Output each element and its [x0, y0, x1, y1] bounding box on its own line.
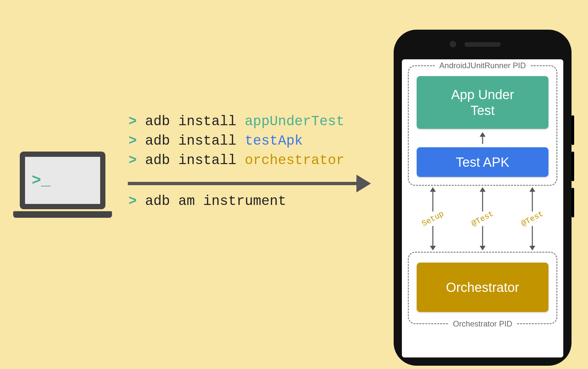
command-row: > adb am instrument	[128, 192, 286, 211]
arrowhead-up-icon	[430, 187, 436, 192]
command-arg: orchestrator	[245, 153, 344, 168]
arrow-segment	[482, 192, 483, 212]
command-row: > adb install testApk	[128, 131, 344, 151]
command-row: > adb install appUnderTest	[128, 112, 344, 131]
prompt-symbol: >	[128, 133, 137, 149]
command-arg: appUnderTest	[245, 114, 344, 129]
phone-screen: AndroidJUnitRunner PID App Under Test Te…	[402, 59, 563, 357]
command-list-lower: > adb am instrument	[128, 192, 286, 211]
prompt-symbol: >	[128, 193, 137, 209]
arrow-segment	[532, 192, 533, 212]
command-text: adb install	[145, 133, 244, 149]
arrow-up-icon	[479, 132, 487, 144]
test-apk-box: Test APK	[417, 147, 548, 177]
arrow-label: Setup	[420, 209, 445, 228]
flow-arrow-head	[356, 175, 371, 192]
arrow-segment	[532, 226, 533, 246]
arrow-segment	[482, 226, 483, 246]
between-arrows: Setup @Test @Test	[408, 186, 557, 252]
arrow-segment	[432, 226, 433, 246]
prompt-symbol: >	[128, 114, 137, 129]
orchestrator-box: Orchestrator	[417, 263, 548, 312]
command-text: adb install	[145, 153, 244, 168]
laptop-screen: >_	[20, 152, 105, 209]
terminal-prompt: >_	[32, 172, 51, 189]
arrowhead-up-icon	[529, 187, 535, 192]
command-row: > adb install orchestrator	[128, 151, 344, 170]
arrow-label: @Test	[470, 209, 495, 228]
command-text: adb am instrument	[145, 193, 286, 209]
orchestrator-pid-group: Orchestrator Orchestrator PID	[408, 252, 557, 324]
laptop-base	[13, 211, 112, 218]
phone-frame: AndroidJUnitRunner PID App Under Test Te…	[394, 30, 572, 366]
prompt-symbol: >	[128, 153, 137, 168]
command-list: > adb install appUnderTest > adb install…	[128, 112, 344, 170]
phone-camera	[450, 41, 456, 47]
arrow-col: @Test	[458, 186, 507, 252]
command-text: adb install	[145, 114, 244, 129]
arrowhead-down-icon	[529, 246, 535, 250]
arrowhead-up-icon	[480, 187, 486, 192]
arrow-label: @Test	[520, 209, 545, 228]
arrow-segment	[432, 192, 433, 212]
flow-arrow-line	[128, 182, 358, 185]
arrowhead-down-icon	[480, 246, 486, 250]
runner-pid-group: AndroidJUnitRunner PID App Under Test Te…	[408, 65, 557, 186]
arrow-col: Setup	[408, 186, 458, 252]
orchestrator-pid-label: Orchestrator PID	[448, 319, 517, 328]
arrowhead-down-icon	[430, 246, 436, 250]
command-arg: testApk	[245, 133, 303, 149]
phone-speaker	[464, 42, 501, 47]
runner-pid-label: AndroidJUnitRunner PID	[435, 61, 531, 70]
arrow-col: @Test	[508, 186, 557, 252]
laptop-icon: >_	[13, 152, 112, 231]
app-under-test-box: App Under Test	[417, 76, 548, 129]
